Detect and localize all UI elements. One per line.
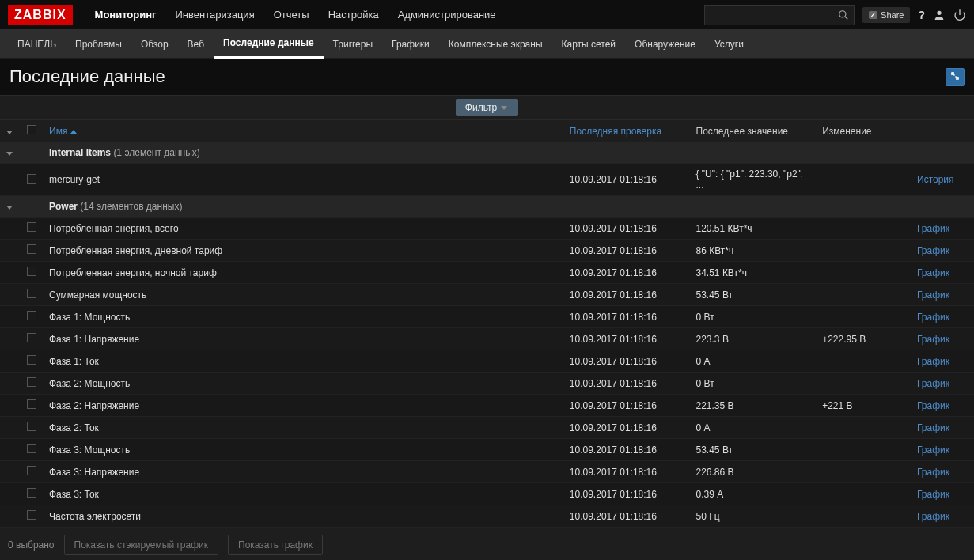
show-stacked-graph-button[interactable]: Показать стэкируемый график [64,535,218,555]
item-action-link[interactable]: График [917,289,949,301]
item-last-value: 86 КВт*ч [690,240,817,262]
expand-all-header[interactable] [0,120,21,142]
item-action-link[interactable]: График [917,267,949,278]
table-row: Фаза 3: Мощность10.09.2017 01:18:1653.45… [0,439,974,461]
fullscreen-button[interactable] [946,68,965,86]
item-action-link[interactable]: График [917,245,949,256]
page-title-bar: Последние данные [0,59,974,95]
help-icon[interactable]: ? [918,9,925,21]
zabbix-mark-icon: Z [869,11,878,19]
zabbix-logo[interactable]: ZABBIX [8,5,73,25]
row-checkbox[interactable] [27,355,36,365]
item-action-link[interactable]: История [917,174,954,185]
item-name: Фаза 2: Напряжение [49,400,139,411]
row-checkbox[interactable] [27,174,36,184]
item-action-link[interactable]: График [917,223,949,234]
group-row[interactable]: Internal Items (1 элемент данных) [0,142,974,164]
search-icon[interactable] [838,9,849,21]
row-checkbox[interactable] [27,222,36,232]
item-last-value: 0 А [690,417,817,439]
sub-nav-item[interactable]: Услуги [705,30,753,59]
table-row: Фаза 1: Напряжение10.09.2017 01:18:16223… [0,328,974,350]
sub-nav-item[interactable]: Обнаружение [625,30,705,59]
sub-nav-item[interactable]: Последние данные [214,30,324,59]
column-name-link[interactable]: Имя [49,126,67,137]
column-name-header[interactable]: Имя [43,120,563,142]
sub-nav-item[interactable]: ПАНЕЛЬ [8,30,66,59]
item-action-link[interactable]: График [917,334,949,345]
row-checkbox[interactable] [27,510,36,520]
item-last-value: 0 Вт [690,306,817,328]
sub-nav-item[interactable]: Веб [178,30,214,59]
table-row: Фаза 1: Ток10.09.2017 01:18:160 АГрафик [0,350,974,373]
item-action-link[interactable]: График [917,378,949,389]
item-action-link[interactable]: График [917,422,949,433]
latest-data-table: Имя Последняя проверка Последнее значени… [0,120,974,528]
group-count: (14 элементов данных) [80,201,182,212]
row-checkbox[interactable] [27,444,36,453]
item-action-link[interactable]: График [917,400,949,411]
chevron-down-icon[interactable] [6,206,13,210]
item-action-link[interactable]: График [917,356,949,367]
search-input[interactable] [710,9,838,21]
item-action-link[interactable]: График [917,489,949,500]
item-action-link[interactable]: График [917,312,949,323]
row-checkbox[interactable] [27,267,36,276]
row-checkbox[interactable] [27,399,36,409]
top-nav-item[interactable]: Мониторинг [85,0,166,30]
table-row: Фаза 2: Ток10.09.2017 01:18:160 АГрафик [0,417,974,439]
sub-nav-item[interactable]: Обзор [131,30,178,59]
show-graph-button[interactable]: Показать график [228,535,323,555]
item-action-link[interactable]: График [917,467,949,478]
table-row: Суммарная мощность10.09.2017 01:18:1653.… [0,284,974,306]
sub-nav-item[interactable]: Триггеры [324,30,383,59]
sub-nav-item[interactable]: Комплексные экраны [439,30,552,59]
item-last-check: 10.09.2017 01:18:16 [563,306,690,328]
sub-nav-item[interactable]: Проблемы [66,30,131,59]
sub-nav-item[interactable]: Карты сетей [552,30,626,59]
item-name: Суммарная мощность [49,289,146,301]
top-nav-item[interactable]: Администрирование [388,0,506,30]
power-icon[interactable] [953,9,966,21]
group-count: (1 элемент данных) [113,147,199,158]
row-checkbox[interactable] [27,466,36,475]
top-nav-item[interactable]: Настройка [319,0,388,30]
table-row: Потребленная энергия, дневной тариф10.09… [0,240,974,262]
checkbox-icon[interactable] [27,125,36,134]
column-lastcheck-header[interactable]: Последняя проверка [563,120,690,142]
select-all-header[interactable] [21,120,43,142]
chevron-down-icon[interactable] [6,152,13,156]
top-nav-item[interactable]: Инвентаризация [166,0,264,30]
row-checkbox[interactable] [27,422,36,431]
search-box[interactable] [704,5,855,25]
column-lastcheck-link[interactable]: Последняя проверка [570,126,661,137]
row-checkbox[interactable] [27,311,36,320]
item-action-link[interactable]: График [917,445,949,456]
item-action-link[interactable]: График [917,511,949,522]
user-icon[interactable] [933,9,946,21]
item-last-value: 0 Вт [690,373,817,395]
item-last-value: 120.51 КВт*ч [690,218,817,240]
footer-bar: 0 выбрано Показать стэкируемый график По… [0,528,974,560]
row-checkbox[interactable] [27,377,36,387]
row-checkbox[interactable] [27,244,36,254]
row-checkbox[interactable] [27,289,36,298]
filter-toggle-button[interactable]: Фильтр [456,99,518,116]
item-change [816,306,911,328]
row-checkbox[interactable] [27,488,36,498]
column-change-header: Изменение [816,120,911,142]
group-row[interactable]: Power (14 элементов данных) [0,196,974,218]
filter-bar: Фильтр [0,95,974,120]
item-name: Фаза 3: Ток [49,489,99,500]
item-change [816,373,911,395]
table-row: Фаза 2: Мощность10.09.2017 01:18:160 ВтГ… [0,373,974,395]
top-nav-item[interactable]: Отчеты [264,0,319,30]
row-checkbox[interactable] [27,333,36,342]
item-name: Частота электросети [49,511,141,522]
sub-nav-item[interactable]: Графики [382,30,439,59]
table-row: mercury-get10.09.2017 01:18:16{ "U": { "… [0,164,974,196]
share-button[interactable]: Z Share [862,7,911,23]
item-name: Фаза 1: Напряжение [49,334,139,345]
share-label: Share [881,10,904,20]
top-nav-right: Z Share ? [704,5,966,25]
